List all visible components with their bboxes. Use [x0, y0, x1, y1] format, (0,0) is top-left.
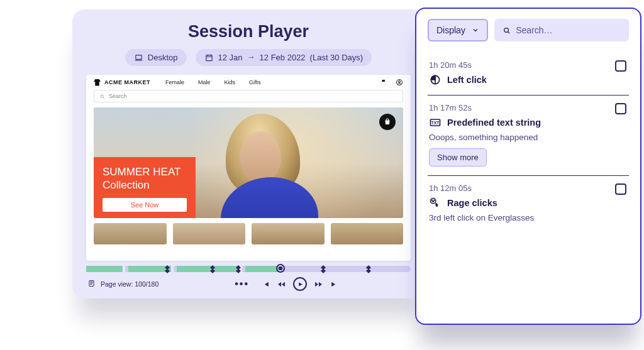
svg-rect-1	[206, 55, 211, 60]
timeline-marker	[209, 264, 216, 274]
thumbnail[interactable]	[94, 223, 167, 244]
event-checkbox[interactable]	[615, 183, 626, 195]
svg-point-12	[434, 200, 435, 200]
event-item: 1h 17m 52s TXT Predefined text string Oo…	[428, 96, 629, 176]
see-now-button[interactable]: See Now	[103, 198, 187, 212]
svg-point-11	[432, 200, 433, 200]
timeline-marker	[365, 264, 372, 274]
forward-icon[interactable]	[314, 280, 323, 288]
svg-point-4	[101, 94, 104, 97]
date-range-pill[interactable]: 12 Jan → 12 Feb 2022 (Last 30 Days)	[196, 49, 372, 66]
primary-nav: Female Male Kids Gifts	[165, 79, 261, 85]
nav-kids[interactable]: Kids	[225, 79, 236, 85]
search-icon	[99, 94, 105, 99]
date-range-label: (Last 30 Days)	[310, 53, 364, 62]
playback-timeline[interactable]	[86, 266, 411, 272]
events-panel: Display 1h 20m 45s Left click 1h 17m 52s…	[415, 8, 641, 325]
player-controls: Page view: 100/180 •••	[86, 275, 411, 291]
hero-title: SUMMER HEAT Collection	[103, 166, 187, 192]
arrow-right-icon: →	[247, 52, 255, 62]
svg-point-3	[399, 81, 401, 83]
chevron-down-icon	[472, 26, 479, 34]
session-player-card: Session Player Desktop 12 Jan → 12 Feb 2…	[72, 9, 425, 298]
bag-icon	[94, 79, 101, 86]
hero-promo-box: SUMMER HEAT Collection See Now	[94, 157, 196, 218]
bag-icon	[384, 118, 391, 126]
laptop-icon	[134, 53, 143, 62]
rage-click-icon	[429, 197, 441, 209]
play-icon	[297, 282, 303, 287]
hero-banner: SUMMER HEAT Collection See Now	[94, 107, 403, 218]
device-label: Desktop	[148, 53, 178, 62]
display-dropdown[interactable]: Display	[428, 19, 488, 41]
hero-bag-badge[interactable]	[379, 114, 396, 130]
page-view-count: Page view: 100/180	[101, 280, 158, 288]
nav-female[interactable]: Female	[165, 79, 184, 85]
filter-pill-row: Desktop 12 Jan → 12 Feb 2022 (Last 30 Da…	[86, 49, 411, 66]
site-search-placeholder: Search	[109, 93, 127, 99]
left-click-icon	[429, 74, 441, 86]
account-icon[interactable]	[396, 79, 403, 86]
site-search[interactable]: Search	[94, 90, 403, 102]
event-label: Rage clicks	[447, 198, 497, 208]
event-checkbox[interactable]	[615, 103, 626, 114]
event-detail: 3rd left click on Everglasses	[429, 213, 628, 222]
event-detail: Ooops, something happened	[429, 133, 628, 142]
thumbnail[interactable]	[331, 223, 404, 244]
site-logo[interactable]: ACME MARKET	[94, 79, 150, 86]
events-search-input[interactable]	[516, 25, 621, 35]
more-options-button[interactable]: •••	[235, 278, 249, 290]
date-to: 12 Feb 2022	[260, 53, 306, 62]
skip-forward-icon[interactable]	[330, 280, 338, 288]
nav-gifts[interactable]: Gifts	[249, 79, 261, 85]
timeline-marker	[164, 264, 170, 274]
site-preview-frame: ACME MARKET Female Male Kids Gifts Searc…	[86, 75, 411, 261]
event-time: 1h 12m 05s	[429, 183, 628, 193]
timeline-marker	[235, 264, 242, 274]
header-icons	[380, 79, 403, 86]
timeline-playhead[interactable]	[276, 264, 285, 273]
event-checkbox[interactable]	[615, 60, 626, 72]
rewind-icon[interactable]	[277, 280, 286, 288]
event-label: Predefined text string	[447, 118, 541, 128]
page-icon	[87, 278, 96, 290]
text-icon: TXT	[429, 116, 441, 129]
flag-icon[interactable]	[380, 79, 388, 86]
play-button[interactable]	[293, 277, 307, 291]
search-icon	[502, 26, 511, 35]
nav-male[interactable]: Male	[198, 79, 211, 85]
thumbnail[interactable]	[252, 223, 325, 244]
events-search[interactable]	[494, 19, 629, 41]
svg-text:TXT: TXT	[431, 121, 440, 125]
hero-model-illustration	[214, 111, 309, 218]
event-item: 1h 12m 05s Rage clicks 3rd left click on…	[428, 176, 629, 231]
calendar-icon	[204, 53, 214, 62]
svg-point-6	[504, 28, 509, 32]
device-pill[interactable]: Desktop	[125, 49, 187, 66]
event-time: 1h 17m 52s	[429, 103, 628, 112]
page-title: Session Player	[86, 22, 411, 41]
date-from: 12 Jan	[218, 53, 243, 62]
site-header: ACME MARKET Female Male Kids Gifts	[86, 75, 411, 90]
timeline-marker	[320, 264, 326, 274]
display-label: Display	[436, 25, 465, 35]
events-panel-header: Display	[428, 19, 629, 41]
svg-rect-0	[136, 55, 142, 58]
thumbnail[interactable]	[173, 223, 246, 244]
brand-text: ACME MARKET	[104, 79, 150, 85]
event-label: Left click	[447, 75, 487, 85]
skip-back-icon[interactable]	[262, 280, 270, 288]
product-thumbnails	[86, 218, 411, 248]
show-more-button[interactable]: Show more	[429, 148, 487, 167]
event-time: 1h 20m 45s	[429, 60, 628, 70]
svg-point-10	[431, 199, 436, 204]
event-item: 1h 20m 45s Left click	[428, 53, 629, 96]
